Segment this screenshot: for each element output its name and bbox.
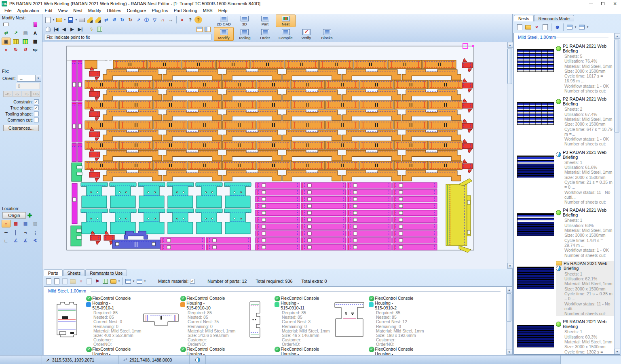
window-split-h-icon[interactable] <box>196 25 203 33</box>
scrollbar-thumb[interactable] <box>507 48 512 84</box>
nest-thumbnail[interactable] <box>517 213 554 236</box>
angle-button--45[interactable]: -45 <box>3 91 12 97</box>
next-sheet-icon[interactable]: ▶ <box>68 25 76 33</box>
mode-tab-2d-cad[interactable]: 2D CAD <box>214 15 234 27</box>
mode-tab-order[interactable]: Order <box>255 27 275 41</box>
mode-tab-verify[interactable]: Verify <box>296 27 316 41</box>
nest-entry[interactable]: P6 RADAN 2021 Web BriefingSheets: 1Utili… <box>514 316 614 354</box>
view-style-2-icon[interactable] <box>578 23 585 31</box>
angle-a-icon[interactable]: ∠ <box>11 237 20 244</box>
split-icon[interactable]: 5|2 <box>31 46 40 54</box>
chevron-down-icon[interactable]: ▼ <box>132 278 135 285</box>
drag-part-icon[interactable]: ↗ <box>11 29 20 37</box>
clipboard-icon[interactable]: ▤ <box>21 29 30 37</box>
maximize-button[interactable] <box>597 0 609 7</box>
fill-sheet-icon[interactable] <box>21 38 30 45</box>
scroll-up-icon[interactable]: ▲ <box>507 42 513 48</box>
orient-view-icon[interactable]: ⊕ <box>553 23 561 31</box>
window-split-v-icon[interactable] <box>204 25 211 33</box>
part-card[interactable]: ✓FlexControl Console Housing -515-0910-1… <box>236 294 330 345</box>
nest-entry[interactable]: P1 RADAN 2021 Web BriefingSheets: 5Utili… <box>514 40 614 93</box>
chevron-down-icon[interactable]: ▼ <box>574 23 577 31</box>
edit-pencil-icon[interactable] <box>86 16 94 23</box>
table-view-icon[interactable] <box>101 278 109 285</box>
parts-tab-parts[interactable]: Parts <box>44 269 63 276</box>
scroll-down-icon[interactable]: ▼ <box>615 349 620 354</box>
help-icon[interactable]: ? <box>194 16 202 23</box>
filter-icon[interactable]: ▽ <box>151 16 158 23</box>
angle-button--5[interactable]: -5 <box>13 91 21 97</box>
redo-icon[interactable]: ↻ <box>118 16 126 23</box>
parts-tab-sheets[interactable]: Sheets <box>63 269 85 276</box>
menu-mss[interactable]: MSS <box>200 8 215 13</box>
probe-icon[interactable] <box>94 16 102 23</box>
nest-entry[interactable]: P5 RADAN 2021 Web BriefingSheets: 1Utili… <box>514 258 614 316</box>
delete-nest-icon[interactable]: × <box>533 23 541 31</box>
chevron-down-icon[interactable]: ▼ <box>586 23 589 31</box>
import-part-icon[interactable] <box>53 278 61 285</box>
menu-part-sorting[interactable]: Part Sorting <box>171 8 200 13</box>
scroll-up-icon[interactable]: ▲ <box>507 287 512 292</box>
angle-c-icon[interactable]: ∢ <box>31 237 40 244</box>
move-part-icon[interactable]: ⇄ <box>2 29 11 37</box>
part-card[interactable]: ✓FlexControl Console Housing -515-0910-2… <box>330 294 424 345</box>
corner-side-icon[interactable]: ¦ <box>31 228 40 236</box>
menu-nest[interactable]: Nest <box>70 8 85 13</box>
menu-view[interactable]: View <box>55 8 71 13</box>
open-file-icon[interactable] <box>55 16 63 23</box>
menu-plug-ins[interactable]: Plug-Ins <box>149 8 171 13</box>
measure-width-icon[interactable]: ↔ <box>167 16 175 23</box>
print-icon[interactable] <box>78 16 86 23</box>
sequence-icon[interactable]: ↻ <box>11 46 20 54</box>
open-nest-icon[interactable] <box>524 23 532 31</box>
part-card[interactable]: ✓FlexControl Console Housing - <box>47 345 142 355</box>
mode-tab-modify[interactable]: Modify <box>214 27 234 41</box>
part-card[interactable]: ✓FlexControl Console Housing -515-0910-1… <box>142 294 236 345</box>
new-part-icon[interactable] <box>45 278 53 285</box>
origin-button[interactable]: Origin <box>2 212 26 219</box>
pick-point-icon[interactable]: ↗ <box>135 16 142 23</box>
nests-vertical-scrollbar[interactable]: ▲ ▼ <box>614 33 620 354</box>
nest-entry[interactable]: P2 RADAN 2021 Web BriefingSheets: 2Utili… <box>514 93 614 146</box>
export-nest-icon[interactable] <box>541 23 549 31</box>
query-pointer-icon[interactable]: ? <box>186 16 194 23</box>
chevron-down-icon[interactable]: ▼ <box>52 16 55 23</box>
menu-file[interactable]: File <box>2 8 15 13</box>
scroll-up-icon[interactable]: ▲ <box>615 33 620 39</box>
part-card[interactable]: ✓FlexControl Console Housing - <box>142 345 236 355</box>
canvas-vertical-scrollbar[interactable]: ▲ ▼ <box>507 42 513 269</box>
checkbox-common-cut-[interactable] <box>34 118 39 122</box>
text-icon[interactable]: A <box>31 29 40 37</box>
menu-help[interactable]: Help <box>215 8 230 13</box>
nest-thumbnail[interactable] <box>517 156 554 178</box>
close-button[interactable]: ✕ <box>609 0 621 7</box>
angle-b-icon[interactable]: ∡ <box>21 237 30 244</box>
last-sheet-icon[interactable]: ▶| <box>76 25 84 33</box>
snap-magnet-icon[interactable]: ∩ <box>2 220 11 227</box>
nest-move-icon[interactable]: ▣ <box>2 38 11 45</box>
parts-tab-remnants-to-use[interactable]: Remnants to Use <box>85 269 127 276</box>
new-nest-icon[interactable] <box>516 23 524 31</box>
checkbox-constrain-[interactable]: ✓ <box>34 99 39 104</box>
chevron-down-icon[interactable]: ▼ <box>75 16 78 23</box>
matrix-icon[interactable]: ▩ <box>31 38 40 45</box>
prev-sheet-icon[interactable]: ◀ <box>60 25 68 33</box>
first-sheet-icon[interactable]: |◀ <box>52 25 60 33</box>
mode-tab-part[interactable]: Part <box>255 15 275 27</box>
array-icon[interactable] <box>11 38 20 45</box>
scrollbar-thumb[interactable] <box>615 40 619 133</box>
simulate-icon[interactable]: ϟ <box>88 25 95 33</box>
scroll-down-icon[interactable]: ▼ <box>507 263 513 269</box>
menu-configure[interactable]: Configure <box>124 8 149 13</box>
nest-entry[interactable]: P3 RADAN 2021 Web BriefingSheets: 1Utili… <box>514 147 614 205</box>
line-v-icon[interactable]: │ <box>11 228 20 236</box>
checkbox-true-shape-[interactable]: ✓ <box>34 105 39 110</box>
pan-hand-icon[interactable] <box>44 25 52 33</box>
mode-tab-3d[interactable]: 3D <box>234 15 254 27</box>
delete-part-icon[interactable]: × <box>2 46 11 54</box>
view-style-1-icon[interactable] <box>566 23 573 31</box>
menu-modify[interactable]: Modify <box>85 8 104 13</box>
angle-button-+45[interactable]: +45 <box>31 91 40 97</box>
mode-tab-compile[interactable]: Compile <box>276 27 296 41</box>
menu-utilities[interactable]: Utilities <box>104 8 124 13</box>
